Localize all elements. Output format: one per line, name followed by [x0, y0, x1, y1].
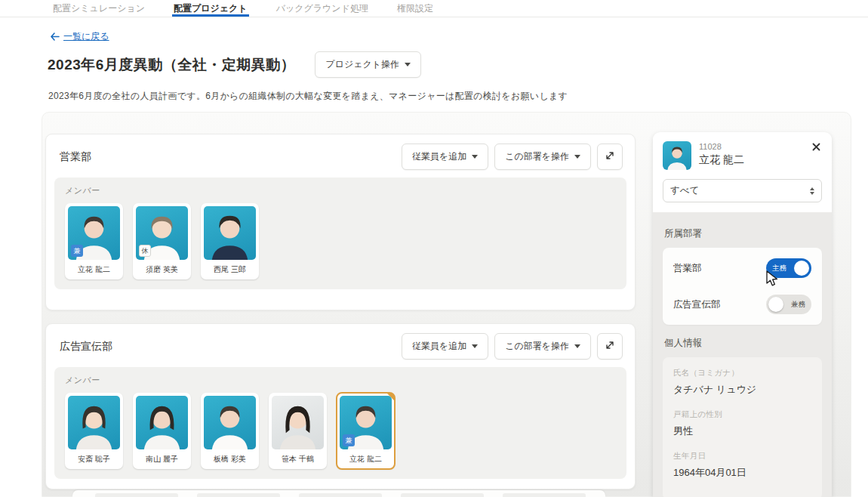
member-name: 笹本 千鶴	[272, 449, 324, 469]
info-group: 戸籍上の性別 男性	[673, 409, 811, 438]
employee-avatar	[663, 141, 691, 170]
diagonal-collapse-icon	[605, 150, 615, 163]
top-tab-bar: 配置シミュレーション 配置プロジェクト バックグラウンド処理 権限設定	[0, 0, 868, 17]
member-panel: メンバー 兼 立花 龍二 休 須磨 英美 西尾 三郎	[54, 178, 626, 289]
member-card[interactable]: 南山 麗子	[133, 393, 191, 469]
toggle-label: 主務	[772, 264, 786, 273]
toggle-knob	[794, 261, 809, 276]
member-name: 南山 麗子	[136, 449, 188, 469]
info-label: 生年月日	[673, 451, 811, 462]
concurrent-badge: 兼	[343, 434, 355, 446]
info-value: 男性	[673, 424, 811, 438]
employee-name: 立花 龍二	[699, 153, 744, 167]
members-label: メンバー	[65, 375, 616, 386]
member-card[interactable]: 休 須磨 英美	[133, 203, 191, 279]
member-card[interactable]: 兼 立花 龍二	[65, 203, 123, 279]
back-arrow-icon	[50, 32, 60, 41]
operate-department-label: この部署を操作	[505, 150, 569, 163]
member-name: 立花 龍二	[340, 449, 392, 469]
department-card-advertising: 広告宣伝部 従業員を追加 この部署を操作 メンバー	[45, 323, 636, 489]
member-photo	[68, 396, 120, 449]
leave-badge: 休	[139, 245, 151, 257]
member-name: 立花 龍二	[68, 260, 120, 279]
tab-permission-settings[interactable]: 権限設定	[396, 0, 435, 17]
personal-section-label: 個人情報	[664, 337, 820, 350]
member-photo: 兼	[68, 206, 120, 260]
diagonal-collapse-icon	[605, 340, 615, 353]
card-ghost	[197, 493, 280, 497]
member-card[interactable]: 笹本 千鶴	[269, 393, 327, 469]
member-card[interactable]: 西尾 三郎	[201, 203, 259, 279]
card-ghost	[299, 493, 382, 497]
department-name: 広告宣伝部	[60, 340, 112, 353]
add-employee-button[interactable]: 従業員を追加	[402, 333, 488, 360]
assignment-row: 広告宣伝部 兼務	[673, 286, 811, 323]
page-title: 2023年6月度異動（全社・定期異動）	[48, 55, 295, 75]
member-card-selected[interactable]: 兼 立花 龍二	[337, 393, 395, 469]
member-name: 須磨 英美	[136, 260, 188, 279]
primary-duty-toggle[interactable]: 主務	[766, 258, 811, 278]
department-card-sales: 営業部 従業員を追加 この部署を操作 メンバー 兼	[45, 134, 636, 310]
close-icon[interactable]	[811, 141, 822, 153]
members-label: メンバー	[65, 185, 616, 196]
chevron-down-icon	[472, 155, 478, 159]
info-value: 1964年04月01日	[673, 466, 811, 480]
toggle-label: 兼務	[791, 300, 805, 310]
back-link-label: 一覧に戻る	[63, 30, 109, 43]
member-photo	[136, 396, 188, 449]
assignments-card: 営業部 主務 広告宣伝部 兼務	[663, 248, 822, 325]
project-description: 2023年6月度の全社の人員計画です。6月からの組織体制の大幅な変更を踏まえ、マ…	[48, 90, 568, 103]
project-actions-button[interactable]: プロジェクト操作	[315, 51, 421, 78]
concurrent-badge: 兼	[71, 245, 83, 257]
operate-department-button[interactable]: この部署を操作	[494, 144, 591, 170]
assignment-department: 広告宣伝部	[673, 298, 721, 311]
toggle-knob	[768, 297, 783, 312]
member-panel: メンバー 安斎 聡子 南山 麗子 板橋 彩美	[54, 367, 626, 479]
personal-info-card: 氏名（ヨミガナ） タチバナ リュウジ 戸籍上の性別 男性 生年月日 1964年0…	[663, 357, 822, 497]
member-name: 安斎 聡子	[68, 449, 120, 469]
member-name: 西尾 三郎	[204, 260, 256, 279]
tab-background-processing[interactable]: バックグラウンド処理	[275, 0, 370, 17]
card-ghost	[401, 493, 484, 497]
chevron-down-icon	[574, 344, 580, 348]
info-label: 氏名（ヨミガナ）	[673, 368, 811, 378]
chevron-down-icon	[574, 155, 580, 159]
tab-placement-simulation[interactable]: 配置シミュレーション	[51, 0, 146, 17]
tab-placement-project[interactable]: 配置プロジェクト	[172, 0, 249, 17]
info-value: タチバナ リュウジ	[673, 383, 811, 397]
member-photo	[204, 396, 256, 449]
card-ghost	[95, 493, 178, 497]
collapse-department-button[interactable]	[597, 333, 623, 360]
add-employee-button[interactable]: 従業員を追加	[402, 144, 488, 170]
info-group: 生年月日 1964年04月01日	[673, 451, 811, 480]
employee-id: 11028	[699, 142, 744, 151]
info-group: 氏名（ヨミガナ） タチバナ リュウジ	[673, 368, 811, 397]
department-name: 営業部	[60, 150, 91, 164]
collapse-department-button[interactable]	[597, 144, 623, 170]
back-to-list-link[interactable]: 一覧に戻る	[50, 30, 109, 43]
card-ghost	[503, 493, 586, 497]
info-label: 戸籍上の性別	[673, 409, 811, 420]
member-photo	[272, 396, 324, 449]
member-photo: 兼	[340, 396, 392, 449]
member-photo: 休	[136, 206, 188, 260]
project-actions-label: プロジェクト操作	[325, 58, 399, 71]
member-photo	[204, 206, 256, 260]
chevron-down-icon	[472, 344, 478, 348]
assignment-department: 営業部	[673, 262, 702, 275]
operate-department-button[interactable]: この部署を操作	[494, 333, 591, 360]
sort-updown-icon	[810, 187, 814, 195]
chevron-down-icon	[405, 63, 411, 66]
detail-filter-select[interactable]: すべて	[663, 179, 822, 202]
member-card[interactable]: 安斎 聡子	[65, 393, 123, 469]
operate-department-label: この部署を操作	[505, 340, 569, 353]
departments-section-label: 所属部署	[664, 227, 820, 240]
add-employee-label: 従業員を追加	[412, 340, 466, 353]
employee-detail-panel: 11028 立花 龍二 すべて 所属部署 営業部 主務 広告宣伝部	[653, 132, 832, 497]
member-name: 板橋 彩美	[204, 449, 256, 469]
concurrent-duty-toggle[interactable]: 兼務	[766, 295, 811, 314]
member-card[interactable]: 板橋 彩美	[201, 393, 259, 469]
assignment-row: 営業部 主務	[673, 250, 811, 286]
next-department-card-partial	[72, 490, 605, 497]
add-employee-label: 従業員を追加	[412, 150, 466, 163]
